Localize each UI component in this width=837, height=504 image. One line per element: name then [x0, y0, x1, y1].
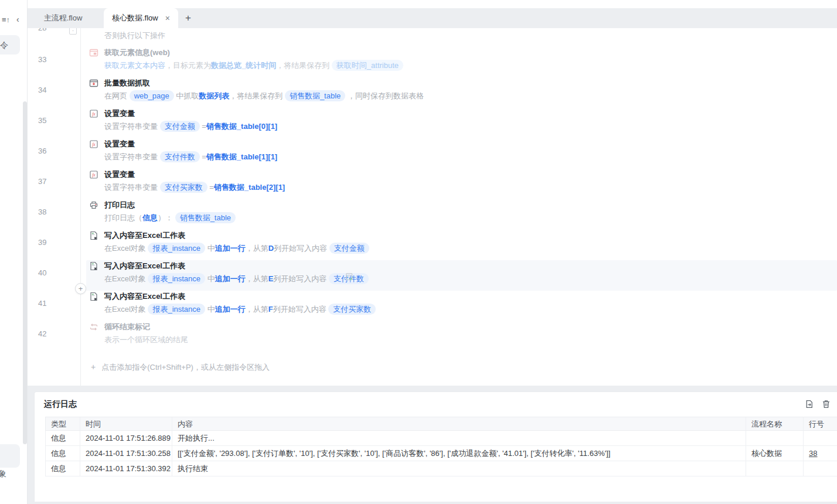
log-cell-line — [804, 431, 837, 446]
step-number: 38 — [38, 207, 46, 216]
close-tab-icon[interactable]: × — [165, 14, 170, 22]
flow-step-34[interactable]: 34批量数据抓取在网页 web_page 中抓取数据列表，将结果保存到 销售数据… — [28, 76, 837, 107]
variable-pill[interactable]: 报表_instance — [148, 243, 205, 254]
clear-log-trash-icon[interactable] — [821, 399, 832, 410]
tab-main-flow[interactable]: 主流程.flow — [35, 8, 91, 28]
step-desc: 在Excel对象 报表_instance 中追加一行，从第F列开始写入内容 支付… — [104, 304, 376, 315]
window-top-strip — [28, 0, 837, 8]
desc-segment: ，同时保存到数据表格 — [345, 91, 424, 100]
log-cell-flow — [746, 461, 804, 476]
desc-segment: 表示一个循环区域的结尾 — [104, 335, 188, 344]
svg-text:fx: fx — [92, 172, 96, 178]
sort-ascending-icon[interactable]: ≡↑ — [2, 15, 10, 24]
flow-step-42[interactable]: 42循环结束标记表示一个循环区域的结尾 — [28, 320, 837, 350]
insert-step-button[interactable]: + — [75, 283, 86, 294]
variable-pill[interactable]: 支付买家数 — [160, 182, 207, 193]
tab-core-data[interactable]: 核心数据.flow × — [104, 8, 178, 28]
step-number: 35 — [38, 116, 46, 125]
log-cell-flow — [746, 431, 804, 446]
run-log-table: 类型时间内容流程名称行号信息2024-11-01 17:51:26.889开始执… — [45, 417, 837, 476]
flow-step-38[interactable]: 38打印日志打印日志（信息）： 销售数据_table — [28, 198, 837, 229]
doc-check-icon[interactable] — [345, 272, 354, 281]
step-title: 写入内容至Excel工作表 — [104, 230, 185, 241]
sidebar-scrollbar[interactable] — [23, 101, 27, 444]
step-title: 设置变量 — [104, 108, 135, 119]
variable-pill[interactable]: 支付金额 — [329, 243, 369, 254]
step-desc: 否则执行以下操作 — [104, 30, 165, 41]
step-desc: 设置字符串变量 支付件数 =销售数据_table[1][1] — [104, 151, 277, 163]
log-cell-time: 2024-11-01 17:51:30.392 — [80, 461, 172, 476]
step-number: 42 — [38, 329, 46, 338]
log-cell-time: 2024-11-01 17:51:30.258 — [80, 446, 172, 461]
step-number: 36 — [38, 147, 46, 155]
variable-pill[interactable]: 报表_instance — [148, 304, 205, 315]
log-cell-time: 2024-11-01 17:51:26.889 — [80, 431, 172, 446]
desc-segment: 列开始写入内容 — [274, 244, 329, 253]
sidebar-item-bottom[interactable] — [0, 444, 20, 468]
step-number: 37 — [38, 177, 46, 186]
log-column-header: 时间 — [80, 417, 172, 431]
collapse-block-icon[interactable]: · — [69, 28, 77, 35]
desc-segment: ）： — [158, 213, 175, 222]
variable-pill[interactable]: 报表_instance — [148, 273, 205, 284]
step-title: 打印日志 — [104, 200, 135, 210]
step-number: 40 — [38, 268, 46, 277]
log-row[interactable]: 信息2024-11-01 17:51:30.258[['支付金额', '293.… — [45, 446, 837, 461]
step-title: 写入内容至Excel工作表 — [104, 291, 185, 302]
variable-pill[interactable]: 销售数据_table — [285, 90, 345, 101]
desc-segment: 打印日志（ — [104, 213, 142, 222]
variable-pill[interactable]: web_page — [130, 90, 174, 101]
add-tab-button[interactable]: + — [182, 12, 194, 24]
log-cell-content: 执行结束 — [172, 461, 746, 476]
flow-step-28-partial[interactable]: 28 · 否则执行以下操作 — [28, 28, 837, 43]
log-row[interactable]: 信息2024-11-01 17:51:30.392执行结束 — [45, 461, 837, 476]
log-row[interactable]: 信息2024-11-01 17:51:26.889开始执行... — [45, 431, 837, 446]
desc-segment: 销售数据_table[2][1] — [214, 183, 285, 192]
desc-segment: 中 — [205, 244, 215, 253]
log-column-header: 类型 — [45, 417, 80, 431]
variable-pill[interactable]: 支付件数 — [160, 151, 200, 162]
step-title: 循环结束标记 — [104, 322, 150, 332]
desc-segment: ，目标元素为 — [165, 61, 211, 70]
flow-step-40[interactable]: 40写入内容至Excel工作表在Excel对象 报表_instance 中追加一… — [28, 259, 837, 290]
desc-segment: = — [200, 122, 206, 131]
desc-segment: 中 — [205, 305, 215, 314]
step-title: 设置变量 — [104, 169, 135, 180]
run-log-title: 运行日志 — [44, 399, 77, 410]
desc-segment: ，将结果保存到 — [229, 91, 285, 100]
step-number: 39 — [38, 238, 46, 247]
batch-grab-icon — [89, 79, 98, 88]
step-desc: 打印日志（信息）： 销售数据_table — [104, 212, 236, 224]
log-column-header: 内容 — [172, 417, 746, 431]
collapse-panel-icon[interactable]: ‹ — [16, 15, 19, 24]
desc-segment: 中抓取 — [174, 91, 199, 100]
log-cell-flow: 核心数据 — [746, 446, 804, 461]
add-instruction-label: 点击添加指令(Ctrl+Shift+P)，或从左侧指令区拖入 — [101, 363, 270, 372]
flow-step-36[interactable]: 36fx设置变量设置字符串变量 支付件数 =销售数据_table[1][1] — [28, 137, 837, 168]
log-line-number-link[interactable]: 38 — [809, 449, 817, 458]
flow-step-35[interactable]: 35fx设置变量设置字符串变量 支付金额 =销售数据_table[0][1] — [28, 107, 837, 137]
flow-step-41[interactable]: 41写入内容至Excel工作表在Excel对象 报表_instance 中追加一… — [28, 290, 837, 320]
variable-pill[interactable]: 支付金额 — [160, 121, 200, 132]
variable-pill[interactable]: 销售数据_table — [175, 212, 236, 223]
desc-segment: 设置字符串变量 — [104, 152, 160, 161]
desc-segment: ，从第 — [246, 244, 268, 253]
flow-step-39[interactable]: 39写入内容至Excel工作表在Excel对象 报表_instance 中追加一… — [28, 229, 837, 259]
excel-write-icon — [89, 292, 98, 301]
desc-segment: 中 — [205, 274, 215, 283]
log-cell-line: 38 — [804, 446, 837, 461]
export-log-icon[interactable] — [804, 399, 815, 410]
flow-step-33[interactable]: 33获取元素信息(web)获取元素文本内容，目标元素为数据总览_统计时间，将结果… — [28, 46, 837, 76]
desc-segment: 在Excel对象 — [104, 244, 148, 253]
step-title: 批量数据抓取 — [104, 78, 150, 88]
variable-pill[interactable]: 获取时间_attribute — [332, 60, 403, 71]
desc-segment: 数据列表 — [199, 91, 229, 100]
log-cell-content: 开始执行... — [172, 431, 746, 446]
variable-pill[interactable]: 支付买家数 — [328, 304, 376, 315]
step-desc: 获取元素文本内容，目标元素为数据总览_统计时间，将结果保存到 获取时间_attr… — [104, 60, 403, 71]
step-number: 28 — [38, 28, 46, 32]
flow-step-37[interactable]: 37fx设置变量设置字符串变量 支付买家数 =销售数据_table[2][1] — [28, 168, 837, 198]
step-title: 写入内容至Excel工作表 — [104, 261, 185, 271]
add-instruction-hint[interactable]: +点击添加指令(Ctrl+Shift+P)，或从左侧指令区拖入 — [91, 362, 270, 374]
excel-write-icon — [89, 231, 98, 240]
